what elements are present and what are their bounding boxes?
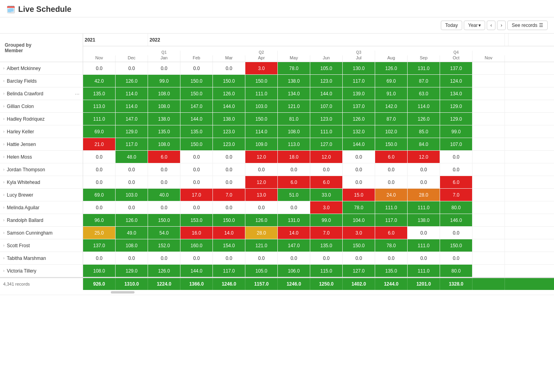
data-cell: 150.0 xyxy=(148,214,180,226)
chevron-right-icon: › xyxy=(3,117,4,121)
data-cell: 153.0 xyxy=(180,214,213,226)
data-row: 69.0129.0135.0135.0123.0114.0108.0111.01… xyxy=(83,125,554,138)
data-cell: 0.0 xyxy=(213,62,245,74)
data-cell: 0.0 xyxy=(83,151,116,163)
member-row[interactable]: › Albert Mckinney xyxy=(0,62,83,75)
data-cell: 150.0 xyxy=(180,138,213,150)
member-row[interactable]: › Tabitha Marshman xyxy=(0,252,83,265)
data-cell: 0.0 xyxy=(408,176,440,188)
member-row[interactable]: › Samson Cunningham xyxy=(0,227,83,239)
month-label: Nov xyxy=(485,55,493,60)
data-cell: 49.0 xyxy=(116,227,148,239)
month-header-row: NovDecQ1JanFebMarQ2AprMayJunQ3JulAugSepQ… xyxy=(83,46,554,62)
data-cell: 126.0 xyxy=(408,113,440,125)
data-cell: 129.0 xyxy=(440,100,472,112)
data-cell: 0.0 xyxy=(310,163,343,176)
member-row[interactable]: › Hadley Rodriquez xyxy=(0,113,83,125)
footer-total-cell: 1310.0 xyxy=(116,278,148,290)
month-cell: Feb xyxy=(180,55,213,62)
right-panel[interactable]: 20212022NovDecQ1JanFebMarQ2AprMayJunQ3Ju… xyxy=(83,34,554,290)
member-name: Scott Frost xyxy=(7,243,30,248)
data-cell: 144.0 xyxy=(310,87,343,100)
member-name: Helen Moss xyxy=(7,154,32,160)
data-cell xyxy=(472,151,505,163)
today-button[interactable]: Today xyxy=(441,21,462,30)
chevron-right-icon: › xyxy=(3,104,4,108)
schedule-wrapper: Grouped by Member › Albert Mckinney › Ba… xyxy=(0,34,554,290)
data-cell: 48.0 xyxy=(116,151,148,163)
data-cell: 123.0 xyxy=(213,125,245,138)
member-name: Barclay Fields xyxy=(7,78,36,84)
calendar-icon: 🗓️ xyxy=(6,5,15,14)
records-count: 4,341 records xyxy=(3,282,30,286)
data-cell: 13.0 xyxy=(245,189,278,201)
member-row[interactable]: › Harley Keller xyxy=(0,125,83,138)
data-cell: 102.0 xyxy=(375,125,408,138)
data-row: 0.00.00.00.00.00.00.00.00.00.00.00.0 xyxy=(83,163,554,176)
footer-total-cell xyxy=(472,278,505,290)
data-cell: 123.0 xyxy=(213,138,245,150)
member-row[interactable]: › Lucy Brewer xyxy=(0,189,83,201)
scrollbar-thumb[interactable] xyxy=(111,291,135,294)
member-row[interactable]: › Hattie Jensen xyxy=(0,138,83,151)
member-list: › Albert Mckinney › Barclay Fields › Bel… xyxy=(0,62,83,277)
member-row[interactable]: › Helen Moss xyxy=(0,151,83,163)
data-cell: 6.0 xyxy=(375,227,408,239)
data-cell xyxy=(472,125,505,138)
data-cell: 117.0 xyxy=(343,75,375,87)
data-cell: 111.0 xyxy=(408,265,440,277)
month-cell: Aug xyxy=(375,55,408,62)
member-name: Melinda Aguilar xyxy=(7,205,39,210)
member-name: Tabitha Marshman xyxy=(7,256,46,261)
data-cell: 28.0 xyxy=(245,227,278,239)
data-cell: 6.0 xyxy=(148,151,180,163)
member-row[interactable]: › Belinda Crawford ··· xyxy=(0,87,83,100)
member-row[interactable]: › Jordan Thompson xyxy=(0,163,83,176)
data-cell: 0.0 xyxy=(343,151,375,163)
data-cell: 114.0 xyxy=(245,125,278,138)
data-cell: 6.0 xyxy=(310,176,343,188)
data-cell: 80.0 xyxy=(440,265,472,277)
member-row[interactable]: › Randolph Ballard xyxy=(0,214,83,227)
chevron-right-icon: › xyxy=(3,205,4,210)
data-cell: 63.0 xyxy=(408,87,440,100)
data-cell: 123.0 xyxy=(310,113,343,125)
prev-button[interactable]: ‹ xyxy=(487,21,495,30)
member-row[interactable]: › Scott Frost xyxy=(0,239,83,252)
member-row[interactable]: › Melinda Aguilar xyxy=(0,201,83,214)
see-records-button[interactable]: See records ☰ xyxy=(507,21,548,30)
data-cell: 126.0 xyxy=(343,113,375,125)
data-cell: 127.0 xyxy=(310,138,343,150)
data-cell: 12.0 xyxy=(245,176,278,188)
data-cell: 0.0 xyxy=(213,163,245,176)
data-cell: 144.0 xyxy=(213,100,245,112)
data-cell: 108.0 xyxy=(278,125,310,138)
toolbar: Today Year ▾ ‹ › See records ☰ xyxy=(0,17,554,34)
member-row[interactable]: › Gillian Colon xyxy=(0,100,83,113)
more-options-icon[interactable]: ··· xyxy=(75,91,80,97)
data-cell: 150.0 xyxy=(180,87,213,100)
quarter-label: Q2 xyxy=(259,51,264,55)
data-cell: 78.0 xyxy=(375,239,408,252)
year-button[interactable]: Year ▾ xyxy=(464,21,485,30)
data-cell: 115.0 xyxy=(310,265,343,277)
data-cell: 0.0 xyxy=(148,252,180,264)
data-row: 69.0103.040.017.07.013.051.033.015.024.0… xyxy=(83,189,554,201)
member-name: Kyla Whitehead xyxy=(7,180,40,185)
data-cell: 0.0 xyxy=(278,201,310,214)
member-row[interactable]: › Victoria Tillery xyxy=(0,265,83,277)
member-row[interactable]: › Barclay Fields xyxy=(0,75,83,87)
data-cell: 24.0 xyxy=(375,189,408,201)
next-button[interactable]: › xyxy=(497,21,506,30)
chevron-right-icon: › xyxy=(3,142,4,146)
data-cell: 113.0 xyxy=(83,100,116,112)
month-label: May xyxy=(290,55,298,60)
data-cell: 121.0 xyxy=(245,239,278,252)
data-cell: 14.0 xyxy=(213,227,245,239)
data-cell: 124.0 xyxy=(440,75,472,87)
data-row: 42.0126.099.0150.0150.0150.0138.0123.011… xyxy=(83,75,554,87)
member-row[interactable]: › Kyla Whitehead xyxy=(0,176,83,189)
data-cell: 108.0 xyxy=(83,265,116,277)
chevron-right-icon: › xyxy=(3,66,4,70)
footer-total-cell: 1246.0 xyxy=(278,278,310,290)
